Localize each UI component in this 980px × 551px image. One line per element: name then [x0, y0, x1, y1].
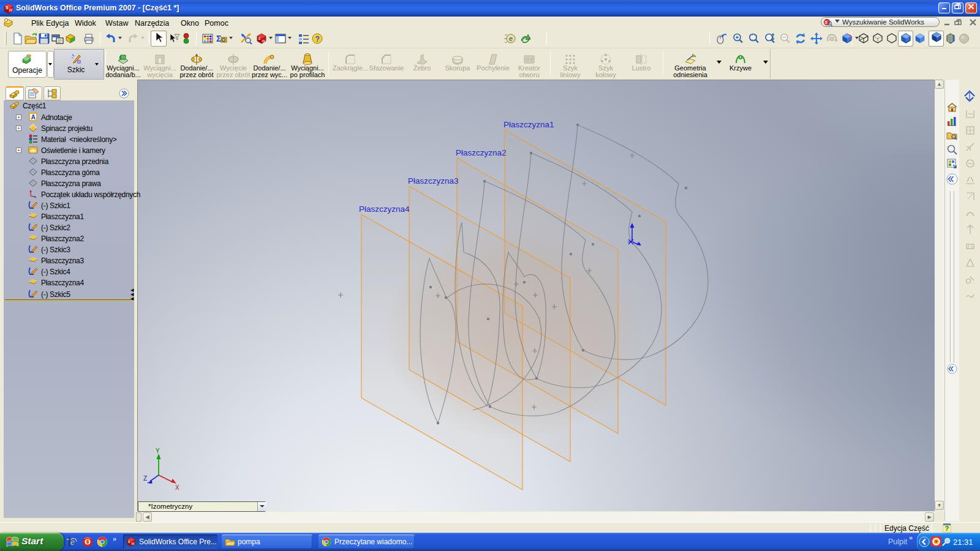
svg-text:?: ? [945, 525, 949, 532]
svg-text:Z: Z [143, 475, 147, 482]
svg-text:Płaszczyzna3: Płaszczyzna3 [408, 176, 459, 186]
svg-text:Płaszczyzna4: Płaszczyzna4 [359, 204, 410, 214]
svg-text:S: S [258, 37, 261, 40]
svg-text:?: ? [315, 35, 320, 43]
svg-text:A: A [31, 113, 36, 121]
svg-text:S: S [128, 540, 130, 544]
svg-text:W: W [262, 39, 266, 43]
svg-text:Σ: Σ [216, 34, 221, 43]
svg-text:Y: Y [156, 448, 160, 454]
svg-text:S: S [6, 6, 9, 10]
svg-text:X: X [175, 484, 179, 491]
svg-text:W: W [9, 8, 13, 12]
svg-text:e: e [509, 35, 513, 42]
svg-text:Płaszczyzna1: Płaszczyzna1 [503, 120, 554, 129]
svg-text:Płaszczyzna2: Płaszczyzna2 [456, 148, 507, 157]
